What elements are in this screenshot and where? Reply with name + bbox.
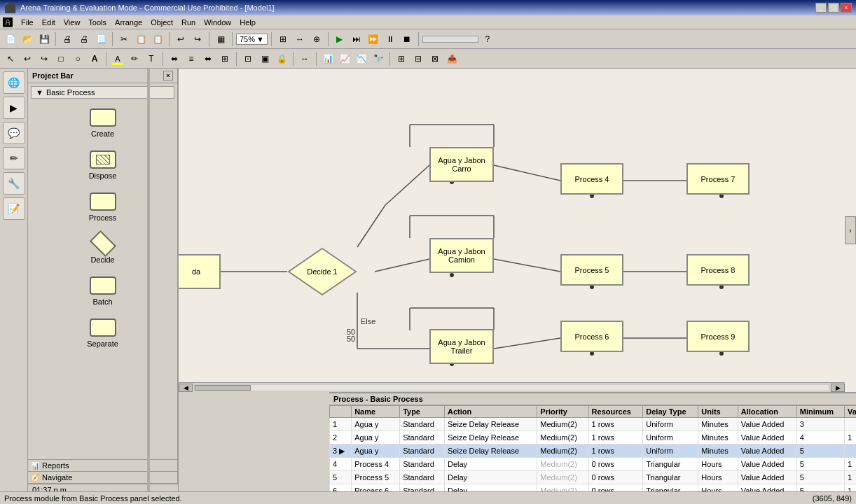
row-resources[interactable]: 1 rows [588, 418, 643, 431]
new-button[interactable]: 📄 [3, 31, 18, 47]
snap-button[interactable]: ⊞ [275, 31, 291, 47]
redo-button[interactable]: ↪ [190, 31, 205, 47]
row-priority[interactable]: Medium(2) [537, 471, 588, 484]
row-type[interactable]: Standard [400, 444, 445, 458]
text-button[interactable]: A [87, 51, 102, 66]
stop-button[interactable]: ⏹ [399, 31, 415, 47]
row-units[interactable]: Minutes [698, 444, 738, 458]
row-num[interactable]: 3 ▶ [330, 444, 352, 458]
oval-button[interactable]: ○ [70, 51, 85, 66]
row-resources[interactable]: 1 rows [588, 444, 643, 458]
menu-window[interactable]: Window [200, 17, 235, 28]
export-btn[interactable]: 📤 [444, 51, 460, 66]
row-name[interactable]: Agua y [352, 444, 400, 458]
scroll-right-button[interactable]: ▶ [831, 384, 845, 392]
distribute-btn[interactable]: ⊞ [217, 51, 233, 66]
table-row[interactable]: 2Agua yStandardSeize Delay ReleaseMedium… [330, 431, 857, 444]
row-resources[interactable]: 0 rows [588, 458, 643, 471]
reports-button[interactable]: 📊 Reports [28, 460, 177, 472]
extra-btn[interactable]: ⊠ [427, 51, 443, 66]
row-delay-type[interactable]: Triangular [643, 471, 698, 484]
print2-button[interactable]: 📃 [93, 31, 109, 47]
route-btn[interactable]: ↔ [297, 51, 312, 66]
chart-btn[interactable]: 📊 [320, 51, 336, 66]
row-name[interactable]: Process 4 [352, 458, 400, 471]
nav-icon-5[interactable]: 🔧 [3, 172, 25, 195]
menu-help[interactable]: Help [235, 17, 260, 28]
pause-button[interactable]: ⏸ [382, 31, 398, 47]
chart2-btn[interactable]: 📈 [337, 51, 352, 66]
help-button[interactable]: ? [480, 31, 495, 47]
row-resources[interactable]: 0 rows [588, 471, 643, 484]
decida-node[interactable]: da [179, 254, 221, 289]
connect-button[interactable]: ⊕ [309, 31, 324, 47]
table-row[interactable]: 1Agua yStandardSeize Delay ReleaseMedium… [330, 418, 857, 431]
canvas-area[interactable]: Else 50 50 [179, 69, 856, 392]
col-action[interactable]: Action [445, 406, 537, 418]
rect-button[interactable]: □ [53, 51, 69, 66]
module-btn[interactable]: ⊟ [410, 51, 426, 66]
run-button[interactable]: ▶ [332, 31, 347, 47]
row-action[interactable]: Seize Delay Release [445, 418, 537, 431]
maximize-button[interactable]: □ [828, 3, 839, 13]
decide1-node[interactable]: Decide 1 [287, 247, 357, 298]
row-delay-type[interactable]: Uniform [643, 444, 698, 458]
open-button[interactable]: 📂 [20, 31, 35, 47]
minimize-button[interactable]: _ [815, 3, 827, 13]
process9-node[interactable]: Process 9 [686, 321, 750, 352]
row-type[interactable]: Standard [400, 418, 445, 431]
align-left-btn[interactable]: ⬌ [167, 51, 182, 66]
menu-view[interactable]: View [60, 17, 85, 28]
layer-btn[interactable]: ⊞ [394, 51, 409, 66]
row-minimum[interactable]: 4 [796, 431, 844, 444]
panel-item-create[interactable]: Create [75, 104, 131, 141]
col-type[interactable]: Type [400, 406, 445, 418]
menu-edit[interactable]: Edit [38, 17, 60, 28]
nav-icon-6[interactable]: 📝 [3, 197, 25, 220]
process4-node[interactable]: Process 4 [560, 163, 623, 195]
row-delay-type[interactable]: Uniform [643, 431, 698, 444]
row-type[interactable]: Standard [400, 471, 445, 484]
agua-jabon-camion-node[interactable]: Agua y Jabon Camion [429, 238, 494, 273]
col-units[interactable]: Units [698, 406, 738, 418]
nav-icon-3[interactable]: 💬 [3, 122, 25, 144]
view2-btn[interactable]: 🔭 [371, 51, 386, 66]
row-priority[interactable]: Medium(2) [537, 418, 588, 431]
align-right-btn[interactable]: ⬌ [200, 51, 216, 66]
row-action[interactable]: Seize Delay Release [445, 431, 537, 444]
row-allocation[interactable]: Value Added [738, 458, 796, 471]
row-allocation[interactable]: Value Added [738, 418, 796, 431]
nav-icon-2[interactable]: ▶ [3, 97, 25, 119]
row-delay-type[interactable]: Triangular [643, 458, 698, 471]
row-minimum[interactable]: 3 [796, 418, 844, 431]
row-resources[interactable]: 1 rows [588, 431, 643, 444]
row-name[interactable]: Agua y [352, 431, 400, 444]
col-allocation[interactable]: Allocation [738, 406, 796, 418]
panel-resize-handle[interactable] [147, 69, 150, 504]
panel-item-process[interactable]: Process [75, 188, 131, 225]
row-action[interactable]: Seize Delay Release [445, 444, 537, 458]
panel-item-dispose[interactable]: Dispose [75, 146, 131, 183]
table-row[interactable]: 4Process 4StandardDelayMedium(2)0 rowsTr… [330, 458, 857, 471]
row-priority[interactable]: Medium(2) [537, 444, 588, 458]
col-resources[interactable]: Resources [588, 406, 643, 418]
row-priority[interactable]: Medium(2) [537, 458, 588, 471]
redo2-button[interactable]: ↪ [36, 51, 52, 66]
process5-node[interactable]: Process 5 [560, 254, 623, 286]
row-value[interactable]: 1 [845, 458, 856, 471]
h-scrollbar[interactable]: ◀ ▶ [179, 382, 845, 392]
fast-button[interactable]: ⏩ [366, 31, 381, 47]
lock-btn[interactable]: 🔒 [274, 51, 289, 66]
col-value[interactable]: Value [845, 406, 856, 418]
zoom-dropdown-icon[interactable]: ▼ [256, 35, 264, 43]
row-num[interactable]: 2 [330, 431, 352, 444]
group-btn[interactable]: ▣ [257, 51, 272, 66]
project-bar-close-button[interactable]: × [163, 71, 173, 80]
pointer-button[interactable]: ↖ [3, 51, 18, 66]
menu-file[interactable]: File [17, 17, 38, 28]
row-units[interactable]: Hours [698, 458, 738, 471]
col-delay-type[interactable]: Delay Type [643, 406, 698, 418]
window-controls[interactable]: _ □ × [815, 3, 852, 13]
row-allocation[interactable]: Value Added [738, 471, 796, 484]
row-name[interactable]: Agua y [352, 418, 400, 431]
